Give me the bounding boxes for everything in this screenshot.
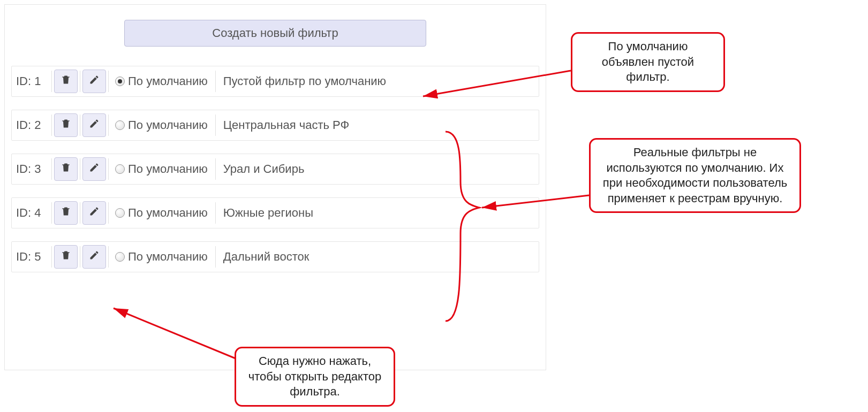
trash-icon xyxy=(61,118,71,132)
separator xyxy=(51,202,52,224)
pencil-icon xyxy=(89,74,100,88)
edit-button[interactable] xyxy=(82,113,106,137)
filter-id: ID: 1 xyxy=(16,74,49,88)
filter-name: Южные регионы xyxy=(218,206,313,220)
filter-name: Дальний восток xyxy=(218,250,310,264)
pencil-icon xyxy=(89,118,100,132)
filter-name: Урал и Сибирь xyxy=(218,162,305,176)
default-radio-cell: По умолчанию xyxy=(111,162,213,176)
callout-default-filter: По умолчанию объявлен пустой фильтр. xyxy=(571,32,725,92)
trash-icon xyxy=(61,162,71,176)
filter-name: Центральная часть РФ xyxy=(218,118,349,132)
edit-button[interactable] xyxy=(82,70,106,93)
create-filter-button[interactable]: Создать новый фильтр xyxy=(124,20,426,47)
separator xyxy=(51,246,52,268)
edit-button[interactable] xyxy=(82,245,106,269)
default-radio-label: По умолчанию xyxy=(128,250,208,264)
filter-id: ID: 3 xyxy=(16,162,49,176)
separator xyxy=(215,71,216,92)
separator xyxy=(51,158,52,180)
separator xyxy=(215,202,216,224)
filter-id: ID: 4 xyxy=(16,206,49,220)
delete-button[interactable] xyxy=(54,157,78,181)
trash-icon xyxy=(61,250,71,264)
separator xyxy=(80,71,80,92)
delete-button[interactable] xyxy=(54,113,78,137)
separator xyxy=(51,115,52,136)
default-radio[interactable] xyxy=(115,120,125,130)
filter-name: Пустой фильтр по умолчанию xyxy=(218,74,386,88)
default-radio-cell: По умолчанию xyxy=(111,250,213,264)
filter-row: ID: 5По умолчаниюДальний восток xyxy=(11,241,539,272)
pencil-icon xyxy=(89,250,100,264)
separator xyxy=(108,115,109,136)
delete-button[interactable] xyxy=(54,245,78,269)
default-radio[interactable] xyxy=(115,208,125,218)
default-radio-cell: По умолчанию xyxy=(111,74,213,88)
default-radio-cell: По умолчанию xyxy=(111,118,213,132)
delete-button[interactable] xyxy=(54,201,78,225)
default-radio-label: По умолчанию xyxy=(128,162,208,176)
callout-real-filters: Реальные фильтры не используются по умол… xyxy=(589,138,801,213)
separator xyxy=(51,71,52,92)
separator xyxy=(215,115,216,136)
filter-row: ID: 1По умолчаниюПустой фильтр по умолча… xyxy=(11,66,539,97)
separator xyxy=(80,246,80,268)
filter-row: ID: 3По умолчаниюУрал и Сибирь xyxy=(11,154,539,185)
edit-button[interactable] xyxy=(82,201,106,225)
filter-id: ID: 2 xyxy=(16,118,49,132)
separator xyxy=(108,71,109,92)
filter-id: ID: 5 xyxy=(16,250,49,264)
separator xyxy=(215,158,216,180)
pencil-icon xyxy=(89,162,100,176)
separator xyxy=(80,158,80,180)
delete-button[interactable] xyxy=(54,70,78,93)
trash-icon xyxy=(61,74,71,88)
default-radio[interactable] xyxy=(115,77,125,86)
separator xyxy=(108,158,109,180)
filter-row: ID: 2По умолчаниюЦентральная часть РФ xyxy=(11,110,539,141)
callout-edit-button: Сюда нужно нажать, чтобы открыть редакто… xyxy=(235,347,395,407)
separator xyxy=(215,246,216,268)
default-radio-label: По умолчанию xyxy=(128,206,208,220)
separator xyxy=(108,246,109,268)
default-radio-label: По умолчанию xyxy=(128,74,208,88)
default-radio[interactable] xyxy=(115,252,125,262)
separator xyxy=(80,115,80,136)
default-radio-label: По умолчанию xyxy=(128,118,208,132)
separator xyxy=(108,202,109,224)
pencil-icon xyxy=(89,206,100,220)
filters-panel: Создать новый фильтр ID: 1По умолчаниюПу… xyxy=(4,4,546,370)
filter-row: ID: 4По умолчаниюЮжные регионы xyxy=(11,197,539,228)
default-radio[interactable] xyxy=(115,164,125,174)
edit-button[interactable] xyxy=(82,157,106,181)
trash-icon xyxy=(61,206,71,220)
separator xyxy=(80,202,80,224)
default-radio-cell: По умолчанию xyxy=(111,206,213,220)
